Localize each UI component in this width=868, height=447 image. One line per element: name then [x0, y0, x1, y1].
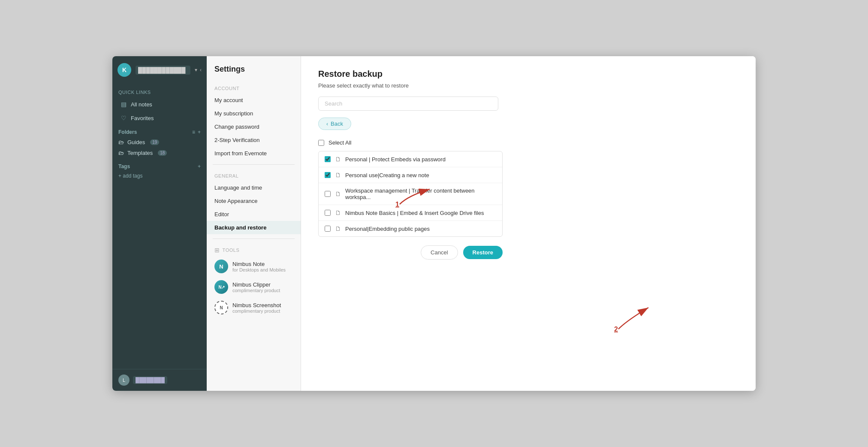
tool-info-screenshot: Nimbus Screenshot complimentary product — [232, 302, 281, 314]
user-name: ████████ — [133, 376, 167, 384]
chevron-down-icon[interactable]: ▾ — [195, 67, 197, 73]
settings-item-backup[interactable]: Backup and restore — [207, 221, 301, 234]
add-folder-icon[interactable]: + — [198, 129, 201, 135]
note-title: Nimbus Note Basics | Embed & Insert Goog… — [345, 210, 496, 216]
note-doc-icon: 🗋 — [335, 172, 341, 178]
chevron-left-icon: ‹ — [326, 121, 328, 127]
account-group-label: Account — [207, 82, 301, 94]
settings-item-my-account[interactable]: My account — [207, 94, 301, 107]
tools-label: ⊞ Tools — [207, 243, 301, 256]
folder-actions: ≡ + — [192, 129, 201, 135]
add-tag-icon[interactable]: + — [198, 163, 201, 169]
note-checkbox-2[interactable] — [325, 191, 331, 197]
settings-item-import[interactable]: Import from Evernote — [207, 147, 301, 160]
notes-list: 🗋Personal | Protect Embeds via password🗋… — [319, 151, 502, 236]
note-checkbox-1[interactable] — [325, 172, 331, 178]
sidebar-item-guides[interactable]: 🗁 Guides 19 — [112, 137, 207, 148]
sidebar-item-favorites[interactable]: ♡ Favorites — [115, 112, 204, 124]
note-checkbox-3[interactable] — [325, 210, 331, 216]
divider-2 — [213, 239, 295, 239]
quick-links-label: Quick Links — [112, 84, 207, 97]
select-all-checkbox[interactable] — [318, 140, 324, 146]
tags-header: Tags + — [112, 158, 207, 171]
folder-icon: 🗁 — [118, 150, 124, 156]
note-checkbox-0[interactable] — [325, 156, 331, 162]
cancel-button[interactable]: Cancel — [421, 245, 458, 260]
actions-row: Cancel Restore — [318, 245, 503, 260]
settings-item-language[interactable]: Language and time — [207, 181, 301, 194]
note-title: Personal|Embedding public pages — [345, 226, 496, 232]
page-title: Restore backup — [318, 69, 738, 79]
tool-nimbus-note[interactable]: N Nimbus Note for Desktops and Mobiles — [207, 256, 301, 277]
notes-icon: ▤ — [121, 101, 127, 108]
templates-badge: 18 — [158, 150, 167, 156]
sidebar-item-all-notes[interactable]: ▤ All notes — [115, 98, 204, 111]
restore-button[interactable]: Restore — [463, 246, 503, 259]
step2-label: 2 — [614, 326, 618, 333]
arrow-annotation-2: 2 — [610, 299, 661, 335]
tool-sub-nimbus-note: for Desktops and Mobiles — [232, 267, 286, 272]
tools-text: Tools — [223, 248, 240, 253]
avatar: K — [118, 63, 131, 77]
note-checkbox-4[interactable] — [325, 226, 331, 232]
add-tags-label[interactable]: + add tags — [112, 171, 207, 181]
note-doc-icon: 🗋 — [335, 209, 341, 216]
search-input[interactable] — [318, 97, 498, 111]
back-label: Back — [331, 121, 343, 127]
settings-panel: Settings Account My account My subscript… — [207, 56, 301, 391]
tool-nimbus-screenshot[interactable]: N Nimbus Screenshot complimentary produc… — [207, 297, 301, 318]
note-title: Personal use|Creating a new note — [345, 172, 496, 178]
collapse-sidebar-icon[interactable]: ‹ — [200, 67, 202, 73]
folder-name: Templates — [127, 150, 153, 156]
app-window: K ████████████ ▾ ‹ Quick Links ▤ All not… — [112, 56, 756, 391]
folder-name: Guides — [127, 139, 145, 145]
sidebar-header: K ████████████ ▾ ‹ — [112, 56, 207, 84]
settings-item-my-subscription[interactable]: My subscription — [207, 107, 301, 120]
folder-icon: 🗁 — [118, 139, 124, 145]
folders-header: Folders ≡ + — [112, 125, 207, 137]
note-title: Workspace management | Transfer content … — [345, 187, 496, 200]
tool-name-nimbus-note: Nimbus Note — [232, 261, 286, 267]
sidebar-item-templates[interactable]: 🗁 Templates 18 — [112, 148, 207, 158]
restore-subtitle: Please select exactly what to restore — [318, 82, 738, 89]
note-doc-icon: 🗋 — [335, 225, 341, 232]
table-row: 🗋Workspace management | Transfer content… — [319, 183, 502, 205]
tool-name-screenshot: Nimbus Screenshot — [232, 302, 281, 308]
tool-info-nimbus-note: Nimbus Note for Desktops and Mobiles — [232, 261, 286, 272]
table-row: 🗋Nimbus Note Basics | Embed & Insert Goo… — [319, 205, 502, 221]
nimbus-screenshot-logo: N — [214, 301, 228, 314]
select-all-label: Select All — [329, 139, 351, 146]
settings-item-2step[interactable]: 2-Step Verification — [207, 133, 301, 147]
heart-icon: ♡ — [121, 115, 127, 121]
note-doc-icon: 🗋 — [335, 190, 341, 197]
sidebar-bottom: L ████████ — [112, 369, 207, 391]
tool-nimbus-clipper[interactable]: N↗ Nimbus Clipper complimentary product — [207, 277, 301, 297]
tags-label: Tags — [118, 163, 130, 169]
back-button[interactable]: ‹ Back — [318, 118, 351, 130]
workspace-name: ████████████ — [136, 66, 190, 75]
user-avatar-small: L — [118, 375, 130, 386]
settings-item-editor[interactable]: Editor — [207, 208, 301, 221]
select-all-row: Select All — [318, 138, 738, 148]
general-group-label: General — [207, 169, 301, 181]
guides-badge: 19 — [150, 139, 159, 145]
tools-grid-icon: ⊞ — [214, 247, 220, 254]
settings-item-change-password[interactable]: Change password — [207, 120, 301, 133]
table-row: 🗋Personal use|Creating a new note — [319, 167, 502, 183]
nimbus-clipper-logo: N↗ — [214, 280, 228, 294]
all-notes-label: All notes — [131, 101, 152, 108]
tool-info-clipper: Nimbus Clipper complimentary product — [232, 281, 280, 293]
settings-title: Settings — [207, 65, 301, 82]
folder-list-icon[interactable]: ≡ — [192, 129, 195, 135]
note-title: Personal | Protect Embeds via password — [345, 156, 496, 163]
table-row: 🗋Personal|Embedding public pages — [319, 221, 502, 236]
nimbus-note-logo: N — [214, 260, 228, 273]
folders-label: Folders — [118, 129, 137, 135]
settings-item-note-appearance[interactable]: Note Appearance — [207, 194, 301, 208]
tool-sub-screenshot: complimentary product — [232, 308, 281, 314]
sidebar: K ████████████ ▾ ‹ Quick Links ▤ All not… — [112, 56, 207, 391]
tool-sub-clipper: complimentary product — [232, 288, 280, 293]
note-doc-icon: 🗋 — [335, 156, 341, 163]
divider-1 — [213, 164, 295, 165]
table-row: 🗋Personal | Protect Embeds via password — [319, 151, 502, 167]
